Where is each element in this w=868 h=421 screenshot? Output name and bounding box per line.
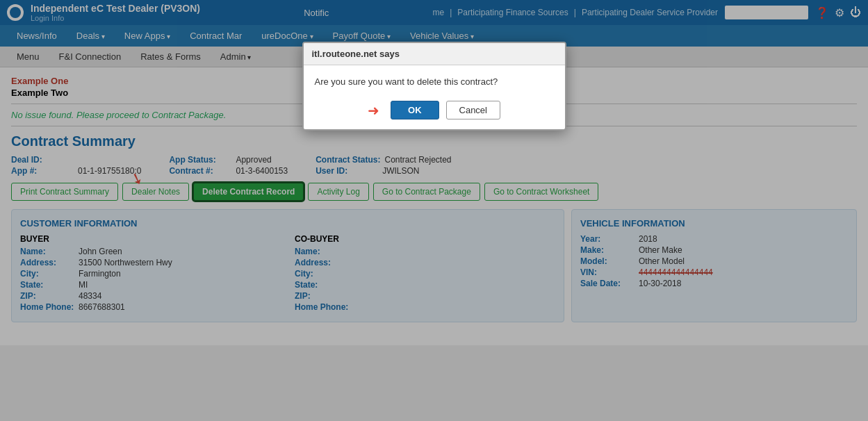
dialog-cancel-button[interactable]: Cancel [446,101,500,119]
dialog-title: itl.routeone.net says [304,43,565,65]
dialog-arrow-icon: ➜ [368,102,379,119]
dialog-overlay: itl.routeone.net says Are you sure you w… [0,0,868,345]
confirm-dialog: itl.routeone.net says Are you sure you w… [302,42,566,131]
dialog-ok-button[interactable]: OK [391,101,439,119]
dialog-message: Are you sure you want to delete this con… [315,76,554,87]
